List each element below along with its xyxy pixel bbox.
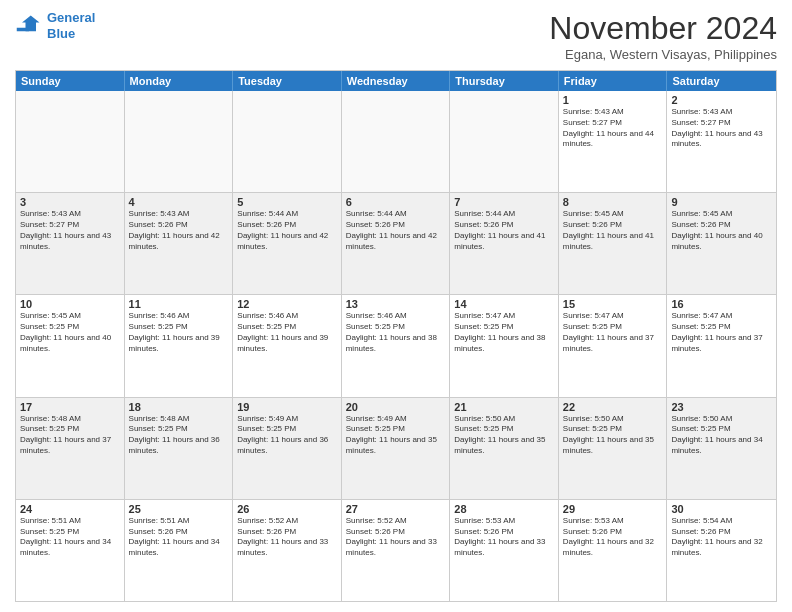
empty-cell-0-4 (450, 91, 559, 192)
day-number: 26 (237, 503, 337, 515)
month-title: November 2024 (549, 10, 777, 47)
day-number: 16 (671, 298, 772, 310)
cell-info: Sunrise: 5:48 AMSunset: 5:25 PMDaylight:… (129, 414, 229, 457)
day-cell-22: 22Sunrise: 5:50 AMSunset: 5:25 PMDayligh… (559, 398, 668, 499)
calendar-row-4: 24Sunrise: 5:51 AMSunset: 5:25 PMDayligh… (16, 499, 776, 601)
day-cell-8: 8Sunrise: 5:45 AMSunset: 5:26 PMDaylight… (559, 193, 668, 294)
day-number: 1 (563, 94, 663, 106)
cell-info: Sunrise: 5:48 AMSunset: 5:25 PMDaylight:… (20, 414, 120, 457)
day-cell-10: 10Sunrise: 5:45 AMSunset: 5:25 PMDayligh… (16, 295, 125, 396)
cell-info: Sunrise: 5:53 AMSunset: 5:26 PMDaylight:… (563, 516, 663, 559)
cell-info: Sunrise: 5:46 AMSunset: 5:25 PMDaylight:… (237, 311, 337, 354)
cell-info: Sunrise: 5:43 AMSunset: 5:27 PMDaylight:… (563, 107, 663, 150)
cell-info: Sunrise: 5:45 AMSunset: 5:26 PMDaylight:… (671, 209, 772, 252)
weekday-header-thursday: Thursday (450, 71, 559, 91)
day-cell-19: 19Sunrise: 5:49 AMSunset: 5:25 PMDayligh… (233, 398, 342, 499)
cell-info: Sunrise: 5:43 AMSunset: 5:27 PMDaylight:… (671, 107, 772, 150)
day-cell-16: 16Sunrise: 5:47 AMSunset: 5:25 PMDayligh… (667, 295, 776, 396)
cell-info: Sunrise: 5:50 AMSunset: 5:25 PMDaylight:… (563, 414, 663, 457)
calendar-row-2: 10Sunrise: 5:45 AMSunset: 5:25 PMDayligh… (16, 294, 776, 396)
day-cell-25: 25Sunrise: 5:51 AMSunset: 5:26 PMDayligh… (125, 500, 234, 601)
day-number: 13 (346, 298, 446, 310)
day-cell-21: 21Sunrise: 5:50 AMSunset: 5:25 PMDayligh… (450, 398, 559, 499)
day-number: 30 (671, 503, 772, 515)
calendar-row-1: 3Sunrise: 5:43 AMSunset: 5:27 PMDaylight… (16, 192, 776, 294)
cell-info: Sunrise: 5:47 AMSunset: 5:25 PMDaylight:… (563, 311, 663, 354)
day-cell-26: 26Sunrise: 5:52 AMSunset: 5:26 PMDayligh… (233, 500, 342, 601)
day-number: 24 (20, 503, 120, 515)
day-cell-7: 7Sunrise: 5:44 AMSunset: 5:26 PMDaylight… (450, 193, 559, 294)
cell-info: Sunrise: 5:43 AMSunset: 5:27 PMDaylight:… (20, 209, 120, 252)
day-number: 3 (20, 196, 120, 208)
logo-line1: General (47, 10, 95, 25)
cell-info: Sunrise: 5:53 AMSunset: 5:26 PMDaylight:… (454, 516, 554, 559)
day-number: 2 (671, 94, 772, 106)
day-number: 27 (346, 503, 446, 515)
cell-info: Sunrise: 5:44 AMSunset: 5:26 PMDaylight:… (237, 209, 337, 252)
day-cell-24: 24Sunrise: 5:51 AMSunset: 5:25 PMDayligh… (16, 500, 125, 601)
calendar: SundayMondayTuesdayWednesdayThursdayFrid… (15, 70, 777, 602)
day-number: 7 (454, 196, 554, 208)
day-number: 21 (454, 401, 554, 413)
calendar-row-3: 17Sunrise: 5:48 AMSunset: 5:25 PMDayligh… (16, 397, 776, 499)
cell-info: Sunrise: 5:54 AMSunset: 5:26 PMDaylight:… (671, 516, 772, 559)
day-cell-20: 20Sunrise: 5:49 AMSunset: 5:25 PMDayligh… (342, 398, 451, 499)
day-cell-14: 14Sunrise: 5:47 AMSunset: 5:25 PMDayligh… (450, 295, 559, 396)
cell-info: Sunrise: 5:44 AMSunset: 5:26 PMDaylight:… (346, 209, 446, 252)
cell-info: Sunrise: 5:45 AMSunset: 5:26 PMDaylight:… (563, 209, 663, 252)
empty-cell-0-3 (342, 91, 451, 192)
weekday-header-saturday: Saturday (667, 71, 776, 91)
cell-info: Sunrise: 5:47 AMSunset: 5:25 PMDaylight:… (671, 311, 772, 354)
cell-info: Sunrise: 5:45 AMSunset: 5:25 PMDaylight:… (20, 311, 120, 354)
day-cell-9: 9Sunrise: 5:45 AMSunset: 5:26 PMDaylight… (667, 193, 776, 294)
cell-info: Sunrise: 5:44 AMSunset: 5:26 PMDaylight:… (454, 209, 554, 252)
day-number: 25 (129, 503, 229, 515)
cell-info: Sunrise: 5:46 AMSunset: 5:25 PMDaylight:… (346, 311, 446, 354)
empty-cell-0-0 (16, 91, 125, 192)
day-cell-17: 17Sunrise: 5:48 AMSunset: 5:25 PMDayligh… (16, 398, 125, 499)
day-number: 29 (563, 503, 663, 515)
day-number: 15 (563, 298, 663, 310)
day-cell-4: 4Sunrise: 5:43 AMSunset: 5:26 PMDaylight… (125, 193, 234, 294)
day-cell-3: 3Sunrise: 5:43 AMSunset: 5:27 PMDaylight… (16, 193, 125, 294)
day-number: 10 (20, 298, 120, 310)
weekday-header-monday: Monday (125, 71, 234, 91)
page: General Blue November 2024 Egana, Wester… (0, 0, 792, 612)
cell-info: Sunrise: 5:50 AMSunset: 5:25 PMDaylight:… (671, 414, 772, 457)
calendar-row-0: 1Sunrise: 5:43 AMSunset: 5:27 PMDaylight… (16, 91, 776, 192)
svg-rect-2 (17, 27, 29, 31)
day-number: 9 (671, 196, 772, 208)
cell-info: Sunrise: 5:43 AMSunset: 5:26 PMDaylight:… (129, 209, 229, 252)
day-cell-12: 12Sunrise: 5:46 AMSunset: 5:25 PMDayligh… (233, 295, 342, 396)
day-cell-15: 15Sunrise: 5:47 AMSunset: 5:25 PMDayligh… (559, 295, 668, 396)
day-number: 4 (129, 196, 229, 208)
day-cell-27: 27Sunrise: 5:52 AMSunset: 5:26 PMDayligh… (342, 500, 451, 601)
cell-info: Sunrise: 5:52 AMSunset: 5:26 PMDaylight:… (237, 516, 337, 559)
logo-line2: Blue (47, 26, 75, 41)
calendar-body: 1Sunrise: 5:43 AMSunset: 5:27 PMDaylight… (16, 91, 776, 601)
day-number: 28 (454, 503, 554, 515)
title-block: November 2024 Egana, Western Visayas, Ph… (549, 10, 777, 62)
cell-info: Sunrise: 5:51 AMSunset: 5:26 PMDaylight:… (129, 516, 229, 559)
day-number: 12 (237, 298, 337, 310)
day-number: 23 (671, 401, 772, 413)
day-number: 17 (20, 401, 120, 413)
day-cell-13: 13Sunrise: 5:46 AMSunset: 5:25 PMDayligh… (342, 295, 451, 396)
weekday-header-friday: Friday (559, 71, 668, 91)
cell-info: Sunrise: 5:49 AMSunset: 5:25 PMDaylight:… (237, 414, 337, 457)
cell-info: Sunrise: 5:52 AMSunset: 5:26 PMDaylight:… (346, 516, 446, 559)
day-number: 8 (563, 196, 663, 208)
weekday-header-tuesday: Tuesday (233, 71, 342, 91)
day-number: 11 (129, 298, 229, 310)
empty-cell-0-1 (125, 91, 234, 192)
day-cell-6: 6Sunrise: 5:44 AMSunset: 5:26 PMDaylight… (342, 193, 451, 294)
header: General Blue November 2024 Egana, Wester… (15, 10, 777, 62)
day-cell-5: 5Sunrise: 5:44 AMSunset: 5:26 PMDaylight… (233, 193, 342, 294)
empty-cell-0-2 (233, 91, 342, 192)
day-number: 6 (346, 196, 446, 208)
weekday-header-sunday: Sunday (16, 71, 125, 91)
day-cell-23: 23Sunrise: 5:50 AMSunset: 5:25 PMDayligh… (667, 398, 776, 499)
day-number: 5 (237, 196, 337, 208)
cell-info: Sunrise: 5:51 AMSunset: 5:25 PMDaylight:… (20, 516, 120, 559)
day-cell-30: 30Sunrise: 5:54 AMSunset: 5:26 PMDayligh… (667, 500, 776, 601)
